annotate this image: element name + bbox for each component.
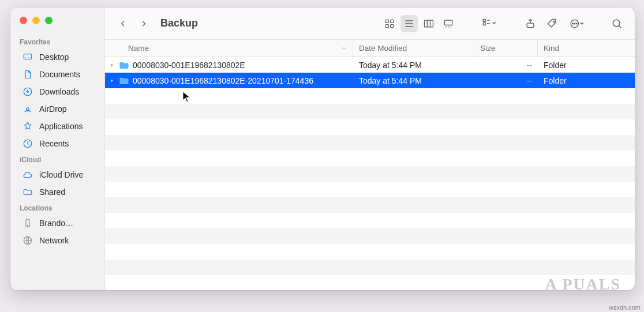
- sidebar-item-airdrop[interactable]: AirDrop: [14, 100, 101, 118]
- sort-ascending-icon: [341, 46, 347, 51]
- forward-button[interactable]: [135, 15, 152, 32]
- svg-rect-8: [391, 20, 394, 22]
- view-gallery-button[interactable]: [440, 15, 457, 32]
- sidebar-item-label: Downloads: [39, 87, 79, 96]
- fullscreen-button[interactable]: [45, 17, 53, 24]
- file-size: --: [527, 76, 532, 85]
- sidebar-item-desktop[interactable]: Desktop: [14, 48, 101, 66]
- column-header-date[interactable]: Date Modified: [353, 40, 474, 57]
- column-header-label: Date Modified: [359, 44, 407, 52]
- table-row[interactable]: 00008030-001E19682130802E Today at 5:44 …: [105, 57, 635, 73]
- device-icon: [22, 217, 33, 229]
- share-button[interactable]: [522, 15, 539, 32]
- file-kind: Folder: [544, 61, 567, 70]
- main-pane: Backup Name Date Modified S: [105, 7, 635, 290]
- sidebar: Favorites Desktop Documents Downloads Ai…: [10, 7, 105, 290]
- svg-point-21: [613, 20, 620, 27]
- file-list: 00008030-001E19682130802E Today at 5:44 …: [105, 57, 635, 290]
- column-header-name[interactable]: Name: [105, 40, 353, 57]
- view-mode-group: [381, 15, 457, 32]
- cloud-icon: [22, 169, 33, 181]
- sidebar-item-label: Network: [39, 236, 69, 245]
- sidebar-section-favorites: Favorites: [10, 35, 104, 48]
- group-by-button[interactable]: [477, 15, 502, 32]
- column-header-size[interactable]: Size: [474, 40, 538, 57]
- sidebar-item-network[interactable]: Network: [14, 232, 101, 249]
- sidebar-item-icloud-drive[interactable]: iCloud Drive: [14, 166, 101, 183]
- clock-icon: [22, 138, 33, 149]
- sidebar-item-label: Recents: [39, 139, 69, 148]
- sidebar-item-label: Desktop: [39, 52, 69, 62]
- download-icon: [22, 86, 33, 97]
- date-modified: Today at 5:44 PM: [359, 61, 422, 70]
- document-icon: [22, 69, 33, 80]
- column-header-label: Size: [480, 44, 495, 52]
- column-header-row: Name Date Modified Size Kind: [105, 40, 635, 57]
- sidebar-item-label: iCloud Drive: [39, 170, 83, 179]
- sidebar-item-label: AirDrop: [39, 104, 66, 114]
- folder-icon: [119, 61, 129, 70]
- shared-folder-icon: [22, 186, 33, 198]
- sidebar-item-label: Brando…: [39, 219, 73, 228]
- sidebar-item-recents[interactable]: Recents: [14, 135, 101, 152]
- sidebar-item-downloads[interactable]: Downloads: [14, 83, 101, 100]
- sidebar-item-label: Applications: [39, 122, 83, 131]
- svg-rect-14: [483, 22, 485, 25]
- file-name: 00008030-001E19682130802E: [133, 61, 245, 70]
- svg-rect-11: [425, 20, 433, 27]
- view-icon-button[interactable]: [381, 15, 398, 32]
- network-icon: [22, 235, 33, 246]
- svg-rect-7: [385, 20, 388, 22]
- date-modified: Today at 5:44 PM: [359, 76, 422, 85]
- window-controls: [10, 13, 104, 35]
- svg-rect-10: [391, 24, 394, 27]
- folder-icon: [119, 76, 129, 85]
- airdrop-icon: [22, 103, 33, 115]
- sidebar-item-label: Documents: [39, 70, 80, 79]
- attribution-text: wsxdn.com: [609, 304, 641, 311]
- svg-point-18: [572, 23, 574, 24]
- window-title: Backup: [160, 17, 198, 29]
- column-header-kind[interactable]: Kind: [538, 40, 635, 57]
- search-button[interactable]: [608, 15, 626, 32]
- tags-button[interactable]: [544, 15, 561, 32]
- svg-point-19: [574, 23, 575, 24]
- column-header-label: Kind: [544, 44, 559, 52]
- sidebar-item-documents[interactable]: Documents: [14, 66, 101, 83]
- sidebar-item-applications[interactable]: Applications: [14, 118, 101, 135]
- file-name: 00008030-001E19682130802E-20210701-17443…: [133, 76, 313, 85]
- sidebar-section-locations: Locations: [10, 201, 104, 215]
- svg-rect-0: [24, 54, 32, 59]
- view-column-button[interactable]: [420, 15, 437, 32]
- view-list-button[interactable]: [400, 15, 418, 32]
- disclosure-triangle-icon[interactable]: [108, 62, 115, 68]
- svg-rect-9: [385, 24, 388, 27]
- svg-point-20: [576, 23, 577, 24]
- applications-icon: [22, 121, 33, 132]
- minimize-button[interactable]: [32, 17, 40, 24]
- sidebar-item-label: Shared: [39, 187, 65, 197]
- desktop-icon: [22, 51, 33, 63]
- file-size: --: [527, 61, 532, 70]
- svg-rect-13: [483, 19, 485, 21]
- column-header-label: Name: [128, 44, 149, 52]
- disclosure-triangle-icon[interactable]: [108, 78, 115, 84]
- finder-window: Favorites Desktop Documents Downloads Ai…: [10, 7, 635, 290]
- sidebar-section-icloud: iCloud: [10, 152, 104, 166]
- sidebar-item-shared[interactable]: Shared: [14, 183, 101, 201]
- table-row[interactable]: 00008030-001E19682130802E-20210701-17443…: [105, 73, 635, 88]
- close-button[interactable]: [20, 17, 27, 24]
- svg-point-5: [27, 225, 28, 227]
- toolbar: Backup: [105, 7, 635, 40]
- svg-rect-12: [444, 20, 452, 25]
- svg-point-16: [553, 21, 555, 22]
- more-actions-button[interactable]: [566, 15, 589, 32]
- back-button[interactable]: [114, 15, 132, 32]
- file-kind: Folder: [544, 76, 567, 85]
- sidebar-item-device[interactable]: Brando…: [14, 215, 101, 232]
